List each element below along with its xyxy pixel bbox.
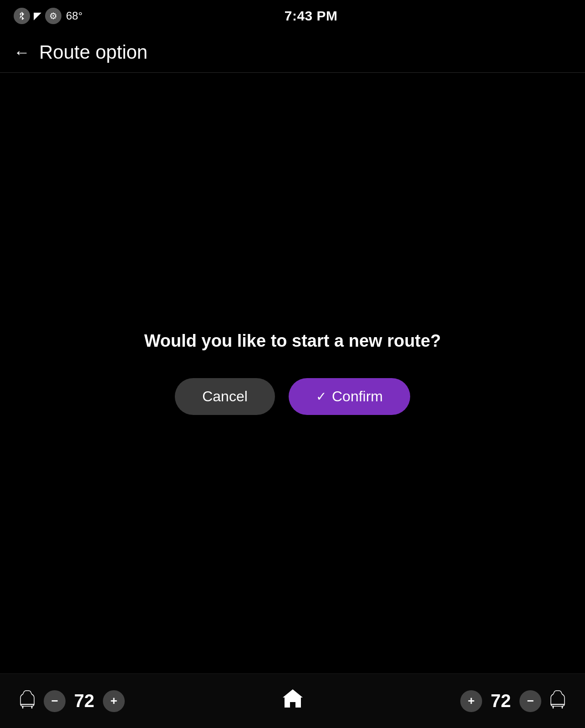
right-seat-number: 72 [489, 691, 512, 711]
main-content: Would you like to start a new route? Can… [0, 73, 585, 673]
left-minus-button[interactable]: − [44, 690, 66, 712]
time-display: 7:43 PM [285, 8, 338, 24]
right-seat-icon [549, 689, 567, 713]
bottom-bar: − 72 + + 72 − [0, 673, 585, 728]
right-plus-button[interactable]: + [460, 690, 482, 712]
page-header: ← Route option [0, 32, 585, 73]
confirm-label: Confirm [332, 388, 383, 405]
confirm-button[interactable]: ✓ Confirm [289, 378, 410, 415]
dialog-question: Would you like to start a new route? [144, 331, 441, 351]
page-title: Route option [39, 41, 148, 63]
dialog-buttons: Cancel ✓ Confirm [175, 378, 410, 415]
home-button-area [281, 687, 305, 716]
left-seat-icon [18, 689, 36, 713]
home-button[interactable] [281, 687, 305, 716]
bluetooth-icon [14, 8, 30, 24]
left-seat-number: 72 [73, 691, 96, 711]
gear-icon: ⚙ [45, 8, 61, 24]
right-minus-button[interactable]: − [519, 690, 541, 712]
signal-icon: ◤ [34, 10, 41, 22]
bottom-right-controls: + 72 − [460, 689, 567, 713]
cancel-button[interactable]: Cancel [175, 378, 275, 415]
back-button[interactable]: ← [14, 43, 30, 62]
temperature-display: 68° [66, 10, 82, 22]
status-icons: ◤ ⚙ [14, 8, 61, 24]
status-bar: ◤ ⚙ 68° 7:43 PM [0, 0, 585, 32]
status-left: ◤ ⚙ 68° [14, 8, 82, 24]
left-plus-button[interactable]: + [103, 690, 125, 712]
confirm-check-icon: ✓ [316, 389, 326, 404]
bottom-left-controls: − 72 + [18, 689, 125, 713]
